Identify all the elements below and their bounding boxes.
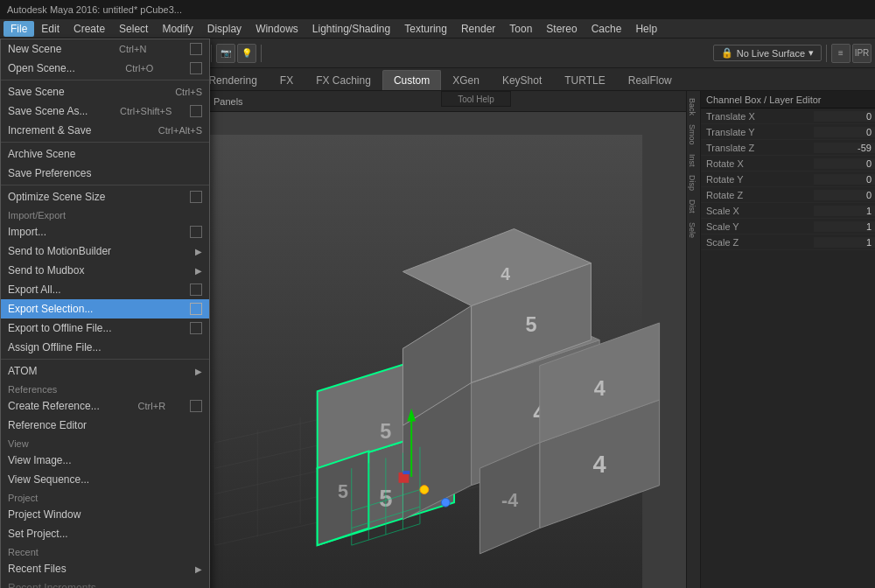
- menu-export-all[interactable]: Export All...: [1, 280, 209, 299]
- menu-save-prefs-label: Save Preferences: [8, 167, 91, 179]
- menu-export-all-checkbox[interactable]: [190, 284, 202, 296]
- menu-export-selection-checkbox[interactable]: [190, 303, 202, 315]
- menu-send-motionbuilder[interactable]: Send to MotionBuilder ▶: [1, 242, 209, 261]
- channel-ty-val[interactable]: 0: [814, 127, 875, 137]
- tab-fx-caching[interactable]: FX Caching: [304, 70, 382, 90]
- menu-save-prefs[interactable]: Save Preferences: [1, 164, 209, 183]
- channel-sx-val[interactable]: 1: [814, 206, 875, 216]
- menu-new-scene-label: New Scene: [8, 43, 61, 55]
- menu-recent-files[interactable]: Recent Files ▶: [1, 559, 209, 578]
- channel-row-sz: Scale Z 1: [701, 234, 875, 250]
- menu-divider-3: [1, 185, 209, 186]
- menu-new-scene-shortcut: Ctrl+N: [119, 44, 146, 54]
- menu-project-window[interactable]: Project Window: [1, 505, 209, 524]
- channel-ry-val[interactable]: 0: [814, 174, 875, 185]
- menu-send-mudbox[interactable]: Send to Mudbox ▶: [1, 261, 209, 280]
- menu-edit[interactable]: Edit: [34, 21, 66, 37]
- channel-rz-val[interactable]: 0: [814, 190, 875, 200]
- vp-btn-panels[interactable]: Panels: [210, 95, 247, 108]
- menu-increment-save-shortcut: Ctrl+Alt+S: [158, 125, 202, 136]
- toolbar-light-btn[interactable]: 💡: [237, 44, 256, 63]
- menu-windows[interactable]: Windows: [248, 21, 305, 37]
- menu-view-sequence[interactable]: View Sequence...: [1, 470, 209, 489]
- menu-export-selection[interactable]: Export Selection...: [1, 299, 209, 318]
- menu-create-reference-checkbox[interactable]: [190, 400, 202, 412]
- toolbar-cam-btn[interactable]: 📷: [216, 44, 235, 63]
- menu-view-image-label: View Image...: [8, 454, 71, 466]
- menu-toon[interactable]: Toon: [502, 21, 539, 37]
- menu-create-reference[interactable]: Create Reference... Ctrl+R: [1, 396, 209, 416]
- channel-tz-val[interactable]: -59: [814, 143, 875, 153]
- channel-tx-val[interactable]: 0: [814, 111, 875, 122]
- channel-row-tz: Translate Z -59: [701, 140, 875, 156]
- tab-realflow[interactable]: RealFlow: [617, 70, 683, 90]
- smoo-label: Smoo: [688, 121, 700, 149]
- menu-display[interactable]: Display: [200, 21, 248, 37]
- menu-assign-offline[interactable]: Assign Offline File...: [1, 338, 209, 357]
- menu-import-checkbox[interactable]: [190, 226, 202, 238]
- menu-import[interactable]: Import...: [1, 222, 209, 242]
- menu-save-scene[interactable]: Save Scene Ctrl+S: [1, 82, 209, 102]
- menu-send-mudbox-label: Send to Mudbox: [8, 264, 84, 276]
- channel-sz-val[interactable]: 1: [814, 237, 875, 248]
- menu-reference-editor[interactable]: Reference Editor: [1, 416, 209, 435]
- channel-rx-label: Rotate X: [701, 158, 814, 169]
- menu-texturing[interactable]: Texturing: [397, 21, 454, 37]
- menu-export-offline-checkbox[interactable]: [190, 322, 202, 334]
- channel-row-tx: Translate X 0: [701, 108, 875, 124]
- menu-open-scene-checkbox[interactable]: [190, 62, 202, 74]
- menu-new-scene[interactable]: New Scene Ctrl+N: [1, 39, 209, 59]
- title-bar: Autodesk Maya 2016: untitled* pCube3...: [0, 0, 875, 19]
- channel-sx-label: Scale X: [701, 206, 814, 216]
- toolbar-ipr-btn2[interactable]: IPR: [852, 44, 872, 63]
- menu-view-image[interactable]: View Image...: [1, 451, 209, 470]
- menu-export-offline-label: Export to Offline File...: [8, 322, 112, 334]
- menu-new-scene-checkbox[interactable]: [190, 43, 202, 55]
- channel-row-ry: Rotate Y 0: [701, 172, 875, 187]
- menu-lighting-shading[interactable]: Lighting/Shading: [305, 21, 397, 37]
- menu-atom[interactable]: ATOM ▶: [1, 361, 209, 381]
- channel-sy-val[interactable]: 1: [814, 221, 875, 232]
- menu-create[interactable]: Create: [66, 21, 112, 37]
- tab-keyshot[interactable]: KeyShot: [491, 70, 553, 90]
- toolbar-sep5: [826, 45, 827, 62]
- menu-view-sequence-label: View Sequence...: [8, 473, 89, 486]
- menu-select[interactable]: Select: [112, 21, 155, 37]
- menu-modify[interactable]: Modify: [155, 21, 200, 37]
- svg-text:5: 5: [338, 481, 348, 502]
- svg-point-51: [441, 498, 450, 507]
- sele-label: Sele: [688, 219, 700, 242]
- tab-fx[interactable]: FX: [269, 70, 304, 90]
- channel-rx-val[interactable]: 0: [814, 158, 875, 169]
- channel-row-ty: Translate Y 0: [701, 124, 875, 140]
- menu-save-scene-as-checkbox[interactable]: [190, 105, 202, 117]
- menu-open-scene[interactable]: Open Scene... Ctrl+O: [1, 59, 209, 78]
- menu-file[interactable]: File: [4, 21, 34, 37]
- menu-increment-save[interactable]: Increment & Save Ctrl+Alt+S: [1, 121, 209, 140]
- menu-section-project: Project: [1, 489, 209, 505]
- tab-xgen[interactable]: XGen: [441, 70, 491, 90]
- channel-row-rx: Rotate X 0: [701, 156, 875, 172]
- tab-turtle[interactable]: TURTLE: [553, 70, 616, 90]
- menu-export-offline[interactable]: Export to Offline File...: [1, 318, 209, 338]
- tool-help: Tool Help: [441, 91, 511, 107]
- menu-import-label: Import...: [8, 226, 46, 238]
- menu-archive-scene[interactable]: Archive Scene: [1, 144, 209, 164]
- menu-save-scene-as[interactable]: Save Scene As... Ctrl+Shift+S: [1, 102, 209, 121]
- dist-label: Dist: [688, 196, 700, 217]
- menu-cache[interactable]: Cache: [584, 21, 629, 37]
- menu-export-all-label: Export All...: [8, 284, 61, 296]
- tab-custom[interactable]: Custom: [382, 70, 441, 90]
- menu-optimize-scene[interactable]: Optimize Scene Size: [1, 187, 209, 206]
- channel-entries: Translate X 0 Translate Y 0 Translate Z …: [701, 108, 875, 588]
- menu-optimize-checkbox[interactable]: [190, 191, 202, 203]
- toolbar-extras-btn[interactable]: ≡: [831, 44, 850, 63]
- menu-atom-label: ATOM: [8, 365, 38, 377]
- menu-set-project[interactable]: Set Project...: [1, 524, 209, 543]
- menu-help[interactable]: Help: [628, 21, 664, 37]
- no-live-surface[interactable]: 🔒 No Live Surface ▾: [713, 45, 822, 61]
- menu-stereo[interactable]: Stereo: [539, 21, 584, 37]
- menu-open-scene-shortcut: Ctrl+O: [125, 63, 153, 74]
- menu-render[interactable]: Render: [454, 21, 502, 37]
- menu-recent-increments[interactable]: Recent Increments: [1, 578, 209, 588]
